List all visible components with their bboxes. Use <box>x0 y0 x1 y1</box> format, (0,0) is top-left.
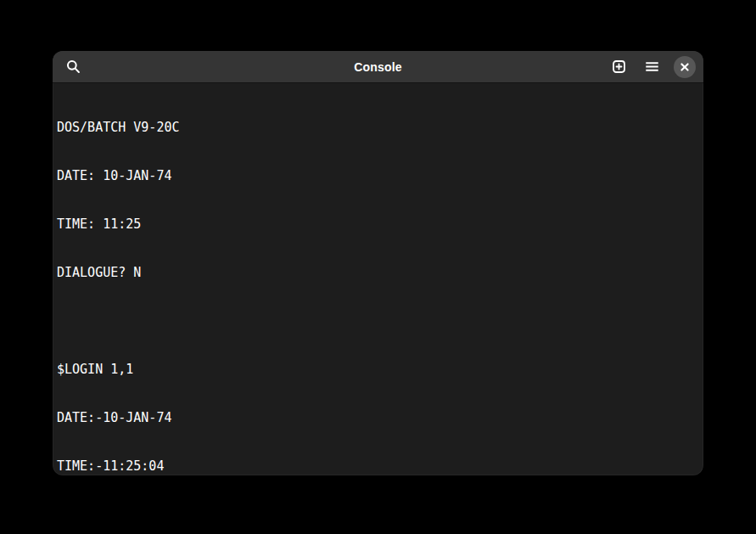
close-button[interactable] <box>674 56 696 78</box>
terminal-line: TIME:-11:25:04 <box>57 458 698 475</box>
console-window: Console <box>53 51 703 475</box>
menu-button[interactable] <box>641 56 663 78</box>
search-icon <box>65 59 81 75</box>
search-button[interactable] <box>62 56 84 78</box>
close-icon <box>680 62 690 72</box>
window-title: Console <box>354 60 402 74</box>
terminal-line: DOS/BATCH V9-20C <box>57 120 698 136</box>
terminal-line <box>57 313 698 329</box>
desktop-background: Console <box>0 0 756 534</box>
new-tab-icon <box>612 59 626 74</box>
titlebar-controls <box>608 56 696 78</box>
menu-icon <box>645 59 659 74</box>
terminal-line: TIME: 11:25 <box>57 216 698 233</box>
terminal-output[interactable]: DOS/BATCH V9-20C DATE: 10-JAN-74 TIME: 1… <box>53 83 703 475</box>
terminal-line: DATE: 10-JAN-74 <box>57 168 698 184</box>
terminal-line: DIALOGUE? N <box>57 265 698 281</box>
titlebar[interactable]: Console <box>53 51 703 83</box>
terminal-line: $LOGIN 1,1 <box>57 362 698 378</box>
terminal-line: DATE:-10-JAN-74 <box>57 410 698 426</box>
new-tab-button[interactable] <box>608 56 630 78</box>
